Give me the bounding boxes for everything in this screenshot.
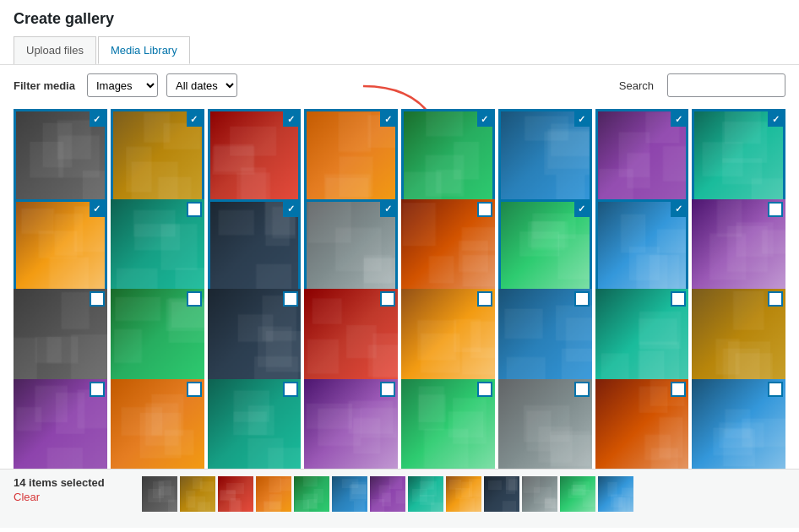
media-item[interactable] <box>595 379 689 470</box>
thumbnail-mini <box>142 476 177 512</box>
bottom-bar: 14 items selected Clear <box>0 469 799 528</box>
tab-media-library[interactable]: Media Library <box>98 36 190 64</box>
page-header: Create gallery Upload files Media Librar… <box>0 0 799 65</box>
filter-label: Filter media <box>14 79 75 92</box>
media-item[interactable] <box>14 199 107 293</box>
media-item[interactable] <box>595 289 689 383</box>
thumbnail-mini <box>218 476 253 512</box>
media-item[interactable] <box>692 199 785 293</box>
search-label: Search <box>619 79 654 92</box>
page-container: Create gallery Upload files Media Librar… <box>0 0 799 528</box>
media-item[interactable] <box>304 289 398 383</box>
media-item[interactable] <box>208 379 302 470</box>
thumbnail-mini <box>560 476 595 512</box>
media-item[interactable] <box>208 289 302 383</box>
tabs: Upload files Media Library <box>14 36 785 64</box>
media-item[interactable] <box>111 289 204 383</box>
toolbar: Filter media Images All types All dates … <box>0 65 799 106</box>
media-item[interactable] <box>111 379 204 470</box>
media-item[interactable] <box>692 289 785 383</box>
media-item[interactable] <box>208 199 302 293</box>
media-item[interactable] <box>595 109 689 203</box>
thumbnail-mini <box>332 476 367 512</box>
media-item[interactable] <box>595 199 689 293</box>
media-item[interactable] <box>692 109 785 203</box>
media-item[interactable] <box>304 109 398 203</box>
media-item[interactable] <box>692 379 785 470</box>
tab-upload-files[interactable]: Upload files <box>14 36 96 64</box>
thumbnail-mini <box>256 476 291 512</box>
media-item[interactable] <box>498 199 592 293</box>
media-item[interactable] <box>304 379 398 470</box>
page-title: Create gallery <box>14 10 785 28</box>
media-item[interactable] <box>498 109 592 203</box>
thumbnail-mini <box>370 476 405 512</box>
thumbnail-mini <box>408 476 443 512</box>
clear-button[interactable]: Clear <box>14 491 40 503</box>
search-input[interactable] <box>667 73 785 97</box>
selected-count: 14 items selected <box>14 476 132 489</box>
thumbnail-mini <box>522 476 557 512</box>
media-item[interactable] <box>498 379 592 470</box>
selection-info: 14 items selected Clear <box>14 476 132 503</box>
media-item[interactable] <box>401 379 495 470</box>
media-grid <box>0 106 799 469</box>
filter-type-select[interactable]: Images All types <box>87 73 158 97</box>
media-item[interactable] <box>111 199 204 293</box>
media-item[interactable] <box>401 109 495 203</box>
thumbnail-mini <box>446 476 481 512</box>
thumbnails-strip <box>142 476 633 512</box>
media-item[interactable] <box>111 109 204 203</box>
thumbnail-mini <box>598 476 633 512</box>
media-item[interactable] <box>498 289 592 383</box>
media-item[interactable] <box>14 109 107 203</box>
thumbnail-mini <box>180 476 215 512</box>
media-item[interactable] <box>14 289 107 383</box>
filter-date-select[interactable]: All dates 2024 2023 <box>166 73 237 97</box>
media-item[interactable] <box>208 109 302 203</box>
thumbnail-mini <box>294 476 329 512</box>
media-item[interactable] <box>304 199 398 293</box>
media-item[interactable] <box>14 379 107 470</box>
thumbnail-mini <box>484 476 519 512</box>
media-item[interactable] <box>401 199 495 293</box>
media-item[interactable] <box>401 289 495 383</box>
